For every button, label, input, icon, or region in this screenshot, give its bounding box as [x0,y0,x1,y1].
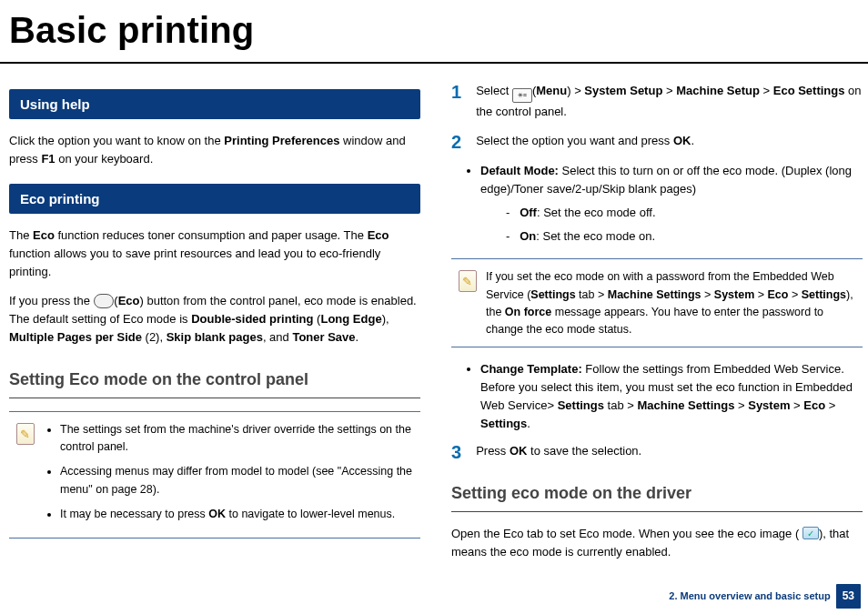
note-content: If you set the eco mode on with a passwo… [486,268,855,339]
t: Eco [368,228,389,242]
content-columns: Using help Click the option you want to … [0,82,868,572]
page-footer: 2. Menu overview and basic setup 53 [669,584,861,609]
t: Settings [802,288,846,301]
t: OK [673,134,691,147]
page-title: Basic printing [0,0,868,64]
t: . [356,330,359,344]
t: Press [476,444,510,458]
t: Multiple Pages per Side [9,330,142,344]
t: . [691,134,694,147]
t: Printing Preferences [224,134,339,147]
t: Long Edge [320,312,381,326]
note-content: The settings set from the machine's driv… [44,421,413,531]
right-column: 1 Select ✳≡(Menu) > System Setup > Machi… [451,82,863,572]
option-list-2: Change Template: Follow the settings fro… [451,360,863,434]
t: Select the option you want and press [476,134,673,147]
eco-paragraph-2: If you press the (Eco) button from the c… [9,292,420,347]
step-1: 1 Select ✳≡(Menu) > System Setup > Machi… [451,82,863,121]
t: Settings [480,417,527,430]
option-default-mode: Default Mode: Select this to turn on or … [480,162,863,247]
footer-chapter: 2. Menu overview and basic setup [669,589,830,604]
step-number: 3 [451,443,461,461]
t: System [748,398,790,412]
t: > [790,398,803,412]
t: Eco [118,294,140,307]
note-item: Accessing menus may differ from model to… [60,463,413,498]
t: tab > [604,398,638,412]
step-body: Select the option you want and press OK. [476,132,863,150]
step-3: 3 Press OK to save the selection. [451,442,863,461]
t: Settings [558,398,604,412]
step-number: 2 [451,133,461,151]
t: Off [520,206,537,219]
t: Machine Setup [676,84,760,97]
t: > [788,288,801,301]
t: Click the option you want to know on the [9,134,224,147]
setting-eco-control-panel-heading: Setting Eco mode on the control panel [9,367,420,398]
note-icon [16,423,35,445]
eco-badge-icon [802,527,819,539]
t: function allows you to save print resour… [9,247,380,278]
eco-paragraph-1: The Eco function reduces toner consumpti… [9,226,420,281]
t: Change Template: [480,362,582,376]
t: > [734,398,748,412]
step-number: 1 [451,83,461,101]
t: Toner Save [292,330,355,344]
t: Eco [33,228,55,242]
t: System Setup [584,84,662,97]
t: on your keyboard. [56,152,154,166]
t: Default Mode: [480,164,559,177]
step-body: Select ✳≡(Menu) > System Setup > Machine… [476,82,863,121]
using-help-paragraph: Click the option you want to know on the… [9,132,420,168]
t: to navigate to lower-level menus. [226,508,395,520]
t: OK [510,444,528,458]
left-column: Using help Click the option you want to … [9,82,420,572]
t: If you press the [9,294,94,307]
t: System [714,288,754,301]
t: Machine Settings [608,288,701,301]
setting-eco-driver-heading: Setting eco mode on the driver [451,481,863,512]
t: (2), [142,330,167,344]
t: > [571,84,585,97]
t: The [9,228,33,242]
t: On [520,229,536,243]
step-body: Press OK to save the selection. [476,442,863,460]
t: . [527,417,530,430]
t: Open the Eco tab to set Eco mode. When y… [451,527,802,540]
menu-icon: ✳≡ [512,88,532,103]
t: function reduces toner consumption and p… [55,228,368,242]
t: : Set the eco mode on. [536,229,655,243]
t: F1 [41,152,55,166]
t: Select [476,84,512,97]
note-item: It may be necessary to press OK to navig… [60,506,413,523]
t: > [825,398,835,412]
sub-options: - Off: Set the eco mode off. - On: Set t… [480,204,863,246]
t: , and [263,330,293,344]
t: Skip blank pages [167,330,263,344]
eco-button-icon [94,294,115,308]
t: Settings [530,288,575,301]
t: Double-sided printing [191,312,313,326]
t: tab > [576,288,608,301]
t: > [662,84,676,97]
t: It may be necessary to press [60,508,208,520]
t: ), [382,312,389,326]
step-2: 2 Select the option you want and press O… [451,132,863,151]
using-help-heading: Using help [9,89,420,119]
t: Eco [803,398,825,412]
driver-paragraph: Open the Eco tab to set Eco mode. When y… [451,525,863,561]
option-list: Default Mode: Select this to turn on or … [451,162,863,247]
t: Eco [768,288,789,301]
t: > [701,288,714,301]
t: On force [505,306,551,318]
eco-printing-heading: Eco printing [9,184,420,214]
t: Eco Settings [773,84,845,97]
note-item: The settings set from the machine's driv… [60,421,413,457]
t: Machine Settings [637,398,734,412]
t: OK [208,508,226,520]
t: Menu [536,84,567,97]
option-change-template: Change Template: Follow the settings fro… [480,360,863,434]
note-box-2: If you set the eco mode on with a passwo… [451,258,863,347]
t: : Set the eco mode off. [537,206,656,219]
t: > [754,288,767,301]
